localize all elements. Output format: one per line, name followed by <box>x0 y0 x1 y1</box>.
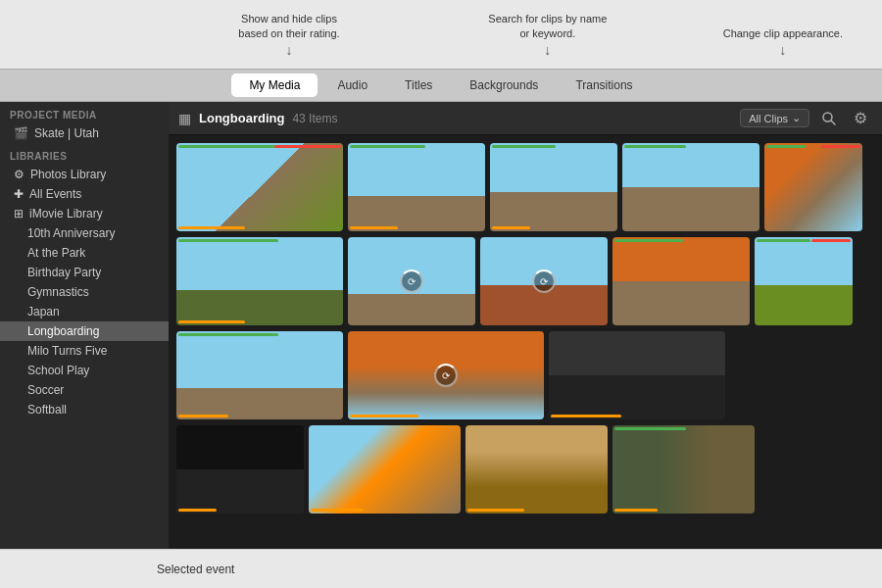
sidebar-item-all-events[interactable]: ✚ All Events <box>0 184 169 204</box>
tab-backgrounds[interactable]: Backgrounds <box>452 74 556 97</box>
search-arrow: ↓ <box>484 41 612 61</box>
clip-thumb[interactable] <box>466 425 608 514</box>
sidebar: PROJECT MEDIA 🎬 Skate | Utah LIBRARIES ⚙… <box>0 102 169 549</box>
rating-tooltip: Show and hide clips based on their ratin… <box>225 12 353 61</box>
search-tooltip: Search for clips by name or keyword. ↓ <box>484 12 612 61</box>
sidebar-item-longboarding[interactable]: Longboarding <box>0 321 169 341</box>
plus-icon: ✚ <box>14 187 24 201</box>
sidebar-item-softball[interactable]: Softball <box>0 400 169 419</box>
filter-dropdown[interactable]: All Clips ⌄ <box>740 109 809 127</box>
libraries-label: LIBRARIES <box>0 143 169 165</box>
tab-my-media[interactable]: My Media <box>231 74 318 97</box>
sidebar-item-japan[interactable]: Japan <box>0 302 169 321</box>
clip-thumb[interactable] <box>755 237 853 325</box>
content-toolbar: ▦ Longboarding 43 Items All Clips ⌄ ⚙ <box>169 102 882 135</box>
clip-thumb[interactable] <box>176 143 343 231</box>
main-layout: PROJECT MEDIA 🎬 Skate | Utah LIBRARIES ⚙… <box>0 102 882 549</box>
tab-audio[interactable]: Audio <box>319 74 385 97</box>
grid-view-icon[interactable]: ▦ <box>178 111 191 126</box>
sidebar-item-imovie-library[interactable]: ⊞ iMovie Library <box>0 204 169 223</box>
clip-thumb[interactable] <box>612 237 750 325</box>
project-media-label: PROJECT MEDIA <box>0 102 169 123</box>
content-title: Longboarding <box>199 111 284 125</box>
clip-thumb[interactable] <box>622 143 760 231</box>
sidebar-item-10th-anniversary[interactable]: 10th Anniversary <box>0 223 169 243</box>
tab-transitions[interactable]: Transitions <box>558 74 650 97</box>
appearance-arrow: ↓ <box>723 41 843 61</box>
bottom-bar: Selected event <box>0 549 882 588</box>
chevron-down-icon: ⌄ <box>792 112 801 124</box>
clip-thumb[interactable] <box>176 425 304 514</box>
clips-grid: ⟳ ⟳ <box>169 135 882 549</box>
clip-thumb[interactable]: ⟳ <box>480 237 608 325</box>
clips-row-3: ⟳ <box>176 331 874 419</box>
selected-event-label: Selected event <box>157 563 234 576</box>
clip-thumb[interactable] <box>490 143 617 231</box>
content-count: 43 Items <box>292 112 337 125</box>
clip-thumb[interactable] <box>549 331 725 419</box>
clips-row-4 <box>176 425 874 514</box>
clip-thumb[interactable] <box>176 237 343 325</box>
sidebar-item-soccer[interactable]: Soccer <box>0 380 169 400</box>
content-area: ▦ Longboarding 43 Items All Clips ⌄ ⚙ <box>169 102 882 549</box>
clip-thumb[interactable]: ⟳ <box>348 331 544 419</box>
loading-spinner: ⟳ <box>434 364 458 387</box>
sidebar-item-school-play[interactable]: School Play <box>0 361 169 380</box>
clip-thumb[interactable] <box>176 331 343 419</box>
sidebar-item-project[interactable]: 🎬 Skate | Utah <box>0 123 169 143</box>
sidebar-item-gymnastics[interactable]: Gymnastics <box>0 282 169 302</box>
clips-row-2: ⟳ ⟳ <box>176 237 874 325</box>
film-icon: 🎬 <box>14 126 28 140</box>
clips-row-1 <box>176 143 874 231</box>
clip-thumb[interactable]: ⟳ <box>348 237 475 325</box>
clip-thumb[interactable] <box>764 143 862 231</box>
clip-thumb[interactable] <box>309 425 461 514</box>
grid-icon: ⊞ <box>14 207 24 220</box>
appearance-tooltip: Change clip appearance. ↓ <box>723 26 843 61</box>
settings-gear-icon[interactable]: ⚙ <box>849 107 872 130</box>
sidebar-item-photos-library[interactable]: ⚙ Photos Library <box>0 165 169 184</box>
search-button[interactable] <box>817 107 841 130</box>
clip-thumb[interactable] <box>348 143 485 231</box>
rating-arrow: ↓ <box>225 41 353 61</box>
sidebar-item-at-the-park[interactable]: At the Park <box>0 243 169 263</box>
svg-line-1 <box>831 121 835 124</box>
sidebar-item-birthday-party[interactable]: Birthday Party <box>0 263 169 282</box>
clip-thumb[interactable] <box>612 425 755 514</box>
photos-icon: ⚙ <box>14 168 24 181</box>
loading-spinner: ⟳ <box>400 270 423 293</box>
loading-spinner: ⟳ <box>532 270 556 293</box>
sidebar-item-milo-turns-five[interactable]: Milo Turns Five <box>0 341 169 361</box>
tooltip-bar: Show and hide clips based on their ratin… <box>0 0 882 69</box>
tab-bar: My Media Audio Titles Backgrounds Transi… <box>0 69 882 102</box>
tab-titles[interactable]: Titles <box>387 74 450 97</box>
